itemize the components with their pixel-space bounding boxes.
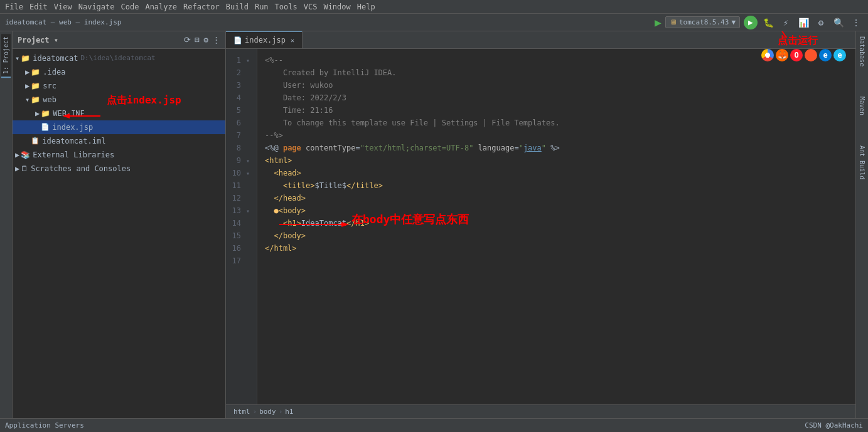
editor-area: 📄 index.jsp ✕ 1 ▾ 2 3 bbox=[226, 31, 855, 418]
fold-10[interactable]: ▾ bbox=[244, 170, 252, 177]
menu-bar: File Edit View Navigate Code Analyze Ref… bbox=[0, 0, 868, 14]
tree-item-root[interactable]: ▾ 📁 ideatomcat D:\idea\ideatomcat bbox=[13, 51, 225, 65]
code-line-10: <head> bbox=[265, 167, 848, 179]
code-line-2: Created by IntelliJ IDEA. bbox=[265, 66, 848, 79]
menu-item-view[interactable]: View bbox=[51, 1, 75, 13]
run-config-arrow: ▶ bbox=[655, 16, 662, 29]
menu-item-window[interactable]: Window bbox=[321, 1, 353, 13]
menu-item-help[interactable]: Help bbox=[355, 1, 378, 13]
code-line-7: --%> bbox=[265, 129, 848, 142]
app-servers-label[interactable]: Application Servers bbox=[5, 421, 84, 429]
project-panel: Project ▾ ⟳ ⊟ ⚙ ⋮ ▾ 📁 ideatomcat D:\idea… bbox=[13, 31, 226, 418]
menu-item-file[interactable]: File bbox=[3, 1, 26, 13]
collapse-icon[interactable]: ⊟ bbox=[195, 35, 200, 45]
tree-item-idea[interactable]: ▶ 📁 .idea bbox=[13, 65, 225, 79]
code-line-15: </body> bbox=[265, 229, 848, 242]
code-line-3: User: wukoo bbox=[265, 79, 848, 92]
run-button[interactable]: ▶ bbox=[744, 16, 758, 29]
project-tab-label[interactable]: 1: Project bbox=[1, 34, 11, 78]
menu-item-run[interactable]: Run bbox=[252, 1, 271, 13]
tree-item-external-libs[interactable]: ▶ 📚 External Libraries bbox=[13, 148, 225, 162]
opera-icon[interactable]: O bbox=[790, 49, 803, 61]
main-content: 1: Project Project ▾ ⟳ ⊟ ⚙ ⋮ ▾ 📁 ideatom… bbox=[0, 31, 868, 418]
right-panels: Database Maven Ant Build bbox=[855, 31, 868, 418]
breadcrumb-html: html bbox=[233, 408, 250, 416]
antbuild-panel-tab[interactable]: Ant Build bbox=[857, 143, 867, 182]
code-line-13: ●<body> bbox=[265, 204, 848, 217]
fold-13[interactable]: ▾ bbox=[244, 208, 252, 214]
code-line-1: <%-- bbox=[265, 54, 848, 66]
file-tree: ▾ 📁 ideatomcat D:\idea\ideatomcat ▶ 📁 .i… bbox=[13, 49, 225, 418]
browser-icons-area: 🦊 O e e bbox=[761, 49, 846, 61]
edge-icon[interactable]: e bbox=[819, 49, 832, 61]
menu-item-code[interactable]: Code bbox=[119, 1, 142, 13]
fold-9[interactable]: ▾ bbox=[244, 157, 252, 164]
code-line-4: Date: 2022/2/3 bbox=[265, 92, 848, 104]
ie-icon[interactable]: e bbox=[833, 49, 846, 61]
brave-icon[interactable] bbox=[805, 49, 817, 61]
gear-icon[interactable]: ⚙ bbox=[203, 35, 208, 45]
tomcat-selector[interactable]: 🖥 tomcat8.5.43 ▼ bbox=[665, 16, 740, 28]
menu-item-analyze[interactable]: Analyze bbox=[142, 1, 179, 13]
menu-item-vcs[interactable]: VCS bbox=[301, 1, 320, 13]
profile-button[interactable]: 📊 bbox=[796, 16, 810, 29]
menu-item-refactor[interactable]: Refactor bbox=[181, 1, 222, 13]
code-line-16: </html> bbox=[265, 242, 848, 255]
code-line-6: To change this template use File | Setti… bbox=[265, 117, 848, 129]
menu-item-navigate[interactable]: Navigate bbox=[76, 1, 117, 13]
fold-1[interactable]: ▾ bbox=[244, 57, 252, 64]
tree-item-web[interactable]: ▾ 📁 web bbox=[13, 93, 225, 107]
code-line-14: <h1>IdeaTomcat</h1> bbox=[265, 217, 848, 229]
panel-options-icon[interactable]: ⋮ bbox=[212, 35, 220, 45]
database-panel-tab[interactable]: Database bbox=[857, 34, 867, 69]
title-text: ideatomcat – web – index.jsp bbox=[5, 18, 655, 26]
code-content[interactable]: <%-- Created by IntelliJ IDEA. User: wuk… bbox=[257, 49, 855, 404]
status-right-text: CSDN @OakHachi bbox=[805, 421, 863, 429]
debug-button[interactable]: 🐛 bbox=[761, 16, 775, 29]
settings-button[interactable]: ⚙ bbox=[814, 16, 828, 29]
coverage-button[interactable]: ⚡ bbox=[779, 16, 793, 29]
tab-index-jsp[interactable]: 📄 index.jsp ✕ bbox=[226, 31, 303, 48]
action-bar: ideatomcat – web – index.jsp ▶ 🖥 tomcat8… bbox=[0, 14, 868, 31]
tab-close-icon[interactable]: ✕ bbox=[291, 37, 294, 44]
code-line-11: <title>$Title$</title> bbox=[265, 179, 848, 192]
maven-panel-tab[interactable]: Maven bbox=[857, 94, 867, 118]
line-numbers-gutter: 1 ▾ 2 3 4 5 6 7 8 9▾ 10▾ 11 12 bbox=[226, 49, 257, 404]
tree-item-src[interactable]: ▶ 📁 src bbox=[13, 79, 225, 93]
sync-icon[interactable]: ⟳ bbox=[184, 35, 191, 45]
project-panel-header: Project ▾ ⟳ ⊟ ⚙ ⋮ bbox=[13, 31, 225, 49]
root-project-name: ideatomcat bbox=[33, 52, 78, 65]
code-line-12: </head> bbox=[265, 192, 848, 204]
editor-breadcrumb: html › body › h1 bbox=[226, 404, 855, 418]
menu-item-build[interactable]: Build bbox=[223, 1, 251, 13]
breadcrumb-body: body bbox=[259, 408, 276, 416]
code-line-5: Time: 21:16 bbox=[265, 104, 848, 117]
tree-item-indexjsp[interactable]: ▶ 📄 index.jsp bbox=[13, 120, 225, 134]
breadcrumb-h1: h1 bbox=[285, 408, 293, 416]
status-bar: Application Servers CSDN @OakHachi bbox=[0, 418, 868, 432]
menu-item-edit[interactable]: Edit bbox=[27, 1, 50, 13]
menu-item-tools[interactable]: Tools bbox=[272, 1, 300, 13]
code-line-8: <%@ page contentType="text/html;charset=… bbox=[265, 142, 848, 154]
code-area: 1 ▾ 2 3 4 5 6 7 8 9▾ 10▾ 11 12 bbox=[226, 49, 855, 404]
editor-tabs: 📄 index.jsp ✕ bbox=[226, 31, 855, 49]
code-line-9: <html> bbox=[265, 154, 848, 167]
chrome-icon[interactable] bbox=[761, 49, 774, 61]
code-line-17 bbox=[265, 255, 848, 267]
tree-item-iml[interactable]: ▶ 📋 ideatomcat.iml bbox=[13, 134, 225, 148]
left-sidebar-tabs: 1: Project bbox=[0, 31, 13, 418]
tree-item-scratches[interactable]: ▶ 🗒 Scratches and Consoles bbox=[13, 162, 225, 176]
firefox-icon[interactable]: 🦊 bbox=[776, 49, 788, 61]
project-panel-title: Project ▾ bbox=[18, 36, 58, 45]
search-everywhere-button[interactable]: 🔍 bbox=[832, 16, 845, 29]
tree-item-webinf[interactable]: ▶ 📁 WEB-INF bbox=[13, 107, 225, 120]
more-actions-button[interactable]: ⋮ bbox=[849, 16, 863, 29]
